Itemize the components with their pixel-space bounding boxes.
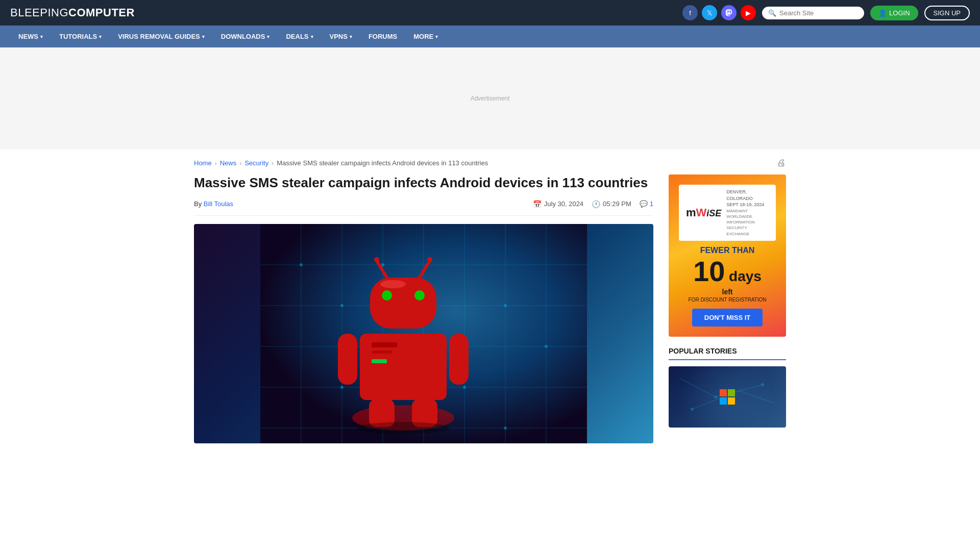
clock-icon: 🕐 (592, 200, 600, 208)
breadcrumb: Home › News › Security › Massive SMS ste… (194, 149, 786, 174)
signup-button[interactable]: SIGN UP (924, 6, 970, 20)
ad-days-word: days (725, 268, 762, 284)
breadcrumb-path: Home › News › Security › Massive SMS ste… (194, 159, 488, 167)
chevron-down-icon: ▾ (40, 34, 43, 39)
article-image (194, 224, 653, 443)
nav-item-forums[interactable]: FORUMS (360, 26, 405, 47)
search-box[interactable]: 🔍 (762, 7, 864, 19)
time-text: 05:29 PM (603, 200, 631, 208)
twitter-icon[interactable]: 𝕏 (702, 5, 717, 20)
chevron-down-icon: ▾ (311, 34, 313, 39)
ad-logo-area: mWiSE DENVER, COLORADO SEPT 18-19, 2024 … (679, 185, 776, 241)
comments-count: 1 (650, 200, 653, 208)
nav-label-downloads: DOWNLOADS (221, 33, 265, 40)
svg-rect-30 (372, 342, 397, 347)
chevron-down-icon: ▾ (350, 34, 352, 39)
article-author: By Bill Toulas (194, 200, 233, 208)
content-layout: Massive SMS stealer campaign infects And… (194, 174, 786, 443)
chevron-down-icon: ▾ (267, 34, 270, 39)
svg-point-38 (357, 422, 449, 434)
nav-label-virus-removal: VIRUS REMOVAL GUIDES (118, 33, 200, 40)
popular-stories-title: POPULAR STORIES (669, 347, 786, 360)
svg-point-18 (545, 345, 548, 348)
chevron-down-icon: ▾ (202, 34, 205, 39)
nav-item-deals[interactable]: DEALS ▾ (278, 26, 321, 47)
site-logo[interactable]: BLEEPINGCOMPUTER (10, 6, 135, 19)
nav-item-news[interactable]: NEWS ▾ (10, 26, 51, 47)
svg-point-45 (691, 408, 694, 411)
main-nav: NEWS ▾ TUTORIALS ▾ VIRUS REMOVAL GUIDES … (0, 26, 980, 47)
facebook-icon[interactable]: f (682, 5, 698, 20)
svg-point-28 (427, 257, 432, 262)
breadcrumb-separator-1: › (215, 160, 217, 167)
article-comments[interactable]: 💬 1 (640, 200, 653, 208)
ad-days-left-label: left (722, 288, 733, 296)
breadcrumb-news[interactable]: News (220, 159, 237, 167)
breadcrumb-home[interactable]: Home (194, 159, 212, 167)
search-input[interactable] (779, 9, 858, 17)
sidebar: mWiSE DENVER, COLORADO SEPT 18-19, 2024 … (669, 174, 786, 428)
ad-sub-label: FOR DISCOUNT REGISTRATION (689, 297, 767, 303)
login-button[interactable]: 👤 LOGIN (870, 6, 918, 20)
svg-point-14 (340, 304, 344, 307)
popular-stories-section: POPULAR STORIES (669, 347, 786, 428)
svg-point-37 (380, 280, 406, 288)
svg-point-20 (504, 427, 507, 430)
ad-location: DENVER, COLORADO SEPT 18-19, 2024 MANDIA… (726, 189, 769, 237)
mastodon-icon[interactable] (721, 5, 737, 20)
site-header: BLEEPINGCOMPUTER f 𝕏 ▶ 🔍 👤 LOGIN SIGN UP (0, 0, 980, 26)
article-image-svg (260, 224, 587, 443)
ad-cta-button[interactable]: DON'T MISS IT (692, 309, 763, 327)
svg-point-16 (463, 386, 466, 389)
breadcrumb-current: Massive SMS stealer campaign infects And… (277, 159, 488, 167)
youtube-icon[interactable]: ▶ (741, 5, 756, 20)
nav-item-downloads[interactable]: DOWNLOADS ▾ (213, 26, 278, 47)
svg-line-42 (739, 391, 774, 403)
nav-item-virus-removal[interactable]: VIRUS REMOVAL GUIDES ▾ (110, 26, 213, 47)
nav-label-forums: FORUMS (369, 33, 397, 40)
svg-point-44 (761, 383, 764, 386)
search-icon: 🔍 (768, 9, 776, 17)
author-link[interactable]: Bill Toulas (204, 200, 233, 208)
logo-text-bold: COMPUTER (68, 6, 135, 19)
signup-label: SIGN UP (934, 9, 961, 17)
print-icon[interactable]: 🖨 (777, 158, 786, 168)
article-time: 🕐 05:29 PM (592, 200, 631, 208)
comment-icon: 💬 (640, 200, 648, 208)
svg-point-19 (340, 386, 344, 389)
nav-label-more: MORE (413, 33, 433, 40)
breadcrumb-separator-2: › (239, 160, 241, 167)
logo-text-normal: BLEEPING (10, 6, 68, 19)
breadcrumb-separator-3: › (272, 160, 274, 167)
article-title: Massive SMS stealer campaign infects And… (194, 174, 653, 192)
ad-headline-numbers: 10 days (693, 257, 762, 286)
svg-point-15 (381, 263, 384, 266)
nav-label-vpns: VPNS (330, 33, 348, 40)
svg-point-24 (414, 290, 425, 300)
main-container: Home › News › Security › Massive SMS ste… (184, 149, 796, 443)
nav-item-tutorials[interactable]: TUTORIALS ▾ (51, 26, 110, 47)
social-icons-group: f 𝕏 ▶ (682, 5, 756, 20)
svg-rect-34 (449, 334, 469, 385)
nav-label-tutorials: TUTORIALS (59, 33, 97, 40)
svg-rect-33 (338, 334, 357, 385)
login-label: LOGIN (889, 9, 910, 17)
author-by-label: By (194, 200, 202, 208)
nav-label-deals: DEALS (286, 33, 308, 40)
svg-point-23 (382, 290, 392, 300)
svg-point-43 (714, 395, 717, 398)
popular-story-image[interactable] (669, 366, 786, 428)
svg-point-13 (300, 263, 303, 266)
article-meta: By Bill Toulas 📅 July 30, 2024 🕐 05:29 P… (194, 200, 653, 216)
chevron-down-icon: ▾ (435, 34, 438, 39)
article-date: 📅 July 30, 2024 (533, 200, 583, 208)
article-meta-right: 📅 July 30, 2024 🕐 05:29 PM 💬 1 (533, 200, 653, 208)
microsoft-logo (720, 389, 735, 405)
nav-item-vpns[interactable]: VPNS ▾ (322, 26, 360, 47)
calendar-icon: 📅 (533, 200, 542, 208)
breadcrumb-security[interactable]: Security (244, 159, 268, 167)
nav-item-more[interactable]: MORE ▾ (405, 26, 446, 47)
svg-line-39 (680, 379, 716, 397)
chevron-down-icon: ▾ (99, 34, 102, 39)
ad-headline-small: FEWER THAN (700, 246, 755, 255)
